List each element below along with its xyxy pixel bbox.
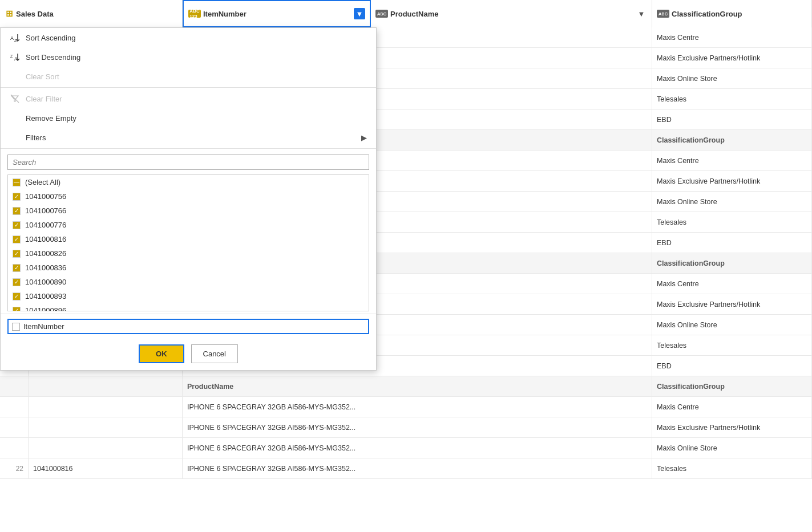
abc-product-icon: ABC	[375, 10, 388, 18]
classification-cell: Maxis Online Store	[652, 68, 812, 88]
check-label: 1041000836	[25, 263, 66, 272]
clear-filter-icon	[10, 94, 20, 104]
header-cell-item: ABC123 ItemNumber ▼	[183, 0, 371, 27]
dropdown-menu: A Z Sort Ascending Z A Sort Descending	[0, 27, 377, 371]
sort-descending-item[interactable]: Z A Sort Descending	[1, 47, 376, 67]
check-item[interactable]: ✓1041000756	[8, 189, 369, 204]
check-label: 1041000896	[25, 306, 66, 311]
classification-cell: Maxis Exclusive Partners/Hotlink	[652, 171, 812, 191]
classification-cell: Telesales	[652, 89, 812, 109]
filters-arrow-icon: ▶	[361, 133, 367, 142]
menu-separator-1	[1, 87, 376, 88]
clear-filter-item: Clear Filter	[1, 89, 376, 108]
check-item[interactable]: ✓1041000893	[8, 289, 369, 303]
filters-icon	[10, 132, 20, 143]
header-cell-product: ABC ProductName ▼	[371, 0, 652, 27]
checkbox-3[interactable]: ✓	[13, 221, 21, 229]
checkbox-0[interactable]: —	[13, 178, 21, 186]
checkbox-4[interactable]: ✓	[13, 235, 21, 243]
svg-text:A: A	[10, 35, 14, 41]
sales-data-title: Sales Data	[16, 10, 54, 18]
classification-cell: Telesales	[652, 212, 812, 232]
item-number-cell	[29, 417, 183, 437]
search-input[interactable]	[7, 155, 369, 170]
checkmark-icon: ✓	[14, 193, 19, 200]
classification-cell: Maxis Centre	[652, 151, 812, 170]
check-item[interactable]: ✓1041000776	[8, 218, 369, 232]
classification-cell: ClassificationGroup	[652, 253, 812, 273]
remove-empty-icon	[10, 113, 20, 123]
check-item[interactable]: ✓1041000816	[8, 232, 369, 246]
classification-cell: ClassificationGroup	[652, 130, 812, 150]
table-row: ProductNameClassificationGroup	[0, 376, 812, 397]
button-row: OK Cancel	[1, 339, 376, 370]
check-label: 1041000776	[25, 221, 66, 229]
checkbox-6[interactable]: ✓	[13, 264, 21, 272]
product-dropdown-arrow-icon: ▼	[638, 10, 645, 18]
clear-sort-label: Clear Sort	[26, 72, 59, 81]
classification-cell: Telesales	[652, 335, 812, 355]
check-label: 1041000766	[25, 206, 66, 215]
remove-empty-item[interactable]: Remove Empty	[1, 108, 376, 128]
ok-button[interactable]: OK	[139, 344, 184, 363]
table-row: IPHONE 6 SPACEGRAY 32GB AI586-MYS-MG352.…	[0, 438, 812, 458]
classification-cell: Maxis Exclusive Partners/Hotlink	[652, 417, 812, 437]
classification-cell: Maxis Exclusive Partners/Hotlink	[652, 294, 812, 314]
table-row: 221041000816IPHONE 6 SPACEGRAY 32GB AI58…	[0, 458, 812, 479]
classification-cell: Telesales	[652, 458, 812, 478]
input-section	[1, 314, 376, 339]
item-number-dropdown-btn[interactable]: ▼	[354, 8, 365, 19]
header-cell-sales: ⊞ Sales Data	[0, 0, 183, 27]
filters-item[interactable]: Filters ▶	[1, 128, 376, 147]
cancel-button[interactable]: Cancel	[191, 344, 238, 363]
checkmark-icon: —	[14, 179, 19, 185]
checklist[interactable]: —(Select All)✓1041000756✓1041000766✓1041…	[7, 174, 369, 311]
item-number-cell	[29, 397, 183, 417]
product-name-title: ProductName	[390, 10, 439, 18]
item-number-input[interactable]	[23, 322, 365, 331]
dropdown-arrow-icon: ▼	[356, 10, 363, 18]
remove-empty-label: Remove Empty	[26, 114, 76, 123]
input-checkbox[interactable]	[12, 323, 20, 331]
item-number-title: ItemNumber	[203, 10, 247, 18]
check-item[interactable]: ✓1041000896	[8, 303, 369, 311]
checkbox-8[interactable]: ✓	[13, 293, 21, 300]
classification-cell: Maxis Centre	[652, 27, 812, 47]
checkbox-5[interactable]: ✓	[13, 250, 21, 258]
check-item[interactable]: ✓1041000766	[8, 204, 369, 218]
row-number	[0, 417, 29, 437]
checkbox-7[interactable]: ✓	[13, 278, 21, 286]
checkmark-icon: ✓	[14, 236, 19, 242]
item-number-cell: 1041000816	[29, 458, 183, 478]
classification-cell: Maxis Online Store	[652, 315, 812, 335]
check-item[interactable]: ✓1041000826	[8, 246, 369, 261]
check-item[interactable]: ✓1041000890	[8, 275, 369, 289]
product-name-dropdown-btn[interactable]: ▼	[636, 8, 647, 19]
checkbox-2[interactable]: ✓	[13, 207, 21, 215]
checkmark-icon: ✓	[14, 293, 19, 299]
classification-cell: Maxis Centre	[652, 274, 812, 294]
filters-label: Filters	[26, 133, 46, 142]
table-row: IPHONE 6 SPACEGRAY 32GB AI586-MYS-MG352.…	[0, 397, 812, 417]
sort-ascending-item[interactable]: A Z Sort Ascending	[1, 28, 376, 47]
check-label: 1041000816	[25, 235, 66, 243]
row-number	[0, 376, 29, 396]
main-area: ⊞ Sales Data ABC123 ItemNumber ▼ ABC Pro…	[0, 0, 812, 532]
item-number-cell	[29, 438, 183, 458]
table-header: ⊞ Sales Data ABC123 ItemNumber ▼ ABC Pro…	[0, 0, 812, 27]
checkmark-icon: ✓	[14, 279, 19, 285]
classification-cell: Maxis Online Store	[652, 192, 812, 212]
product-name-cell: IPHONE 6 SPACEGRAY 32GB AI586-MYS-MG352.…	[183, 397, 652, 417]
check-label: (Select All)	[25, 178, 60, 186]
classification-cell: Maxis Centre	[652, 397, 812, 417]
checkbox-9[interactable]: ✓	[13, 307, 21, 312]
row-number	[0, 397, 29, 417]
checkmark-icon: ✓	[14, 222, 19, 228]
product-name-cell: IPHONE 6 SPACEGRAY 32GB AI586-MYS-MG352.…	[183, 438, 652, 458]
check-item[interactable]: —(Select All)	[8, 175, 369, 189]
table-row: IPHONE 6 SPACEGRAY 32GB AI586-MYS-MG352.…	[0, 417, 812, 438]
product-name-cell: IPHONE 6 SPACEGRAY 32GB AI586-MYS-MG352.…	[183, 417, 652, 437]
checkbox-1[interactable]: ✓	[13, 193, 21, 201]
grid-icon: ⊞	[5, 9, 14, 18]
check-item[interactable]: ✓1041000836	[8, 261, 369, 275]
